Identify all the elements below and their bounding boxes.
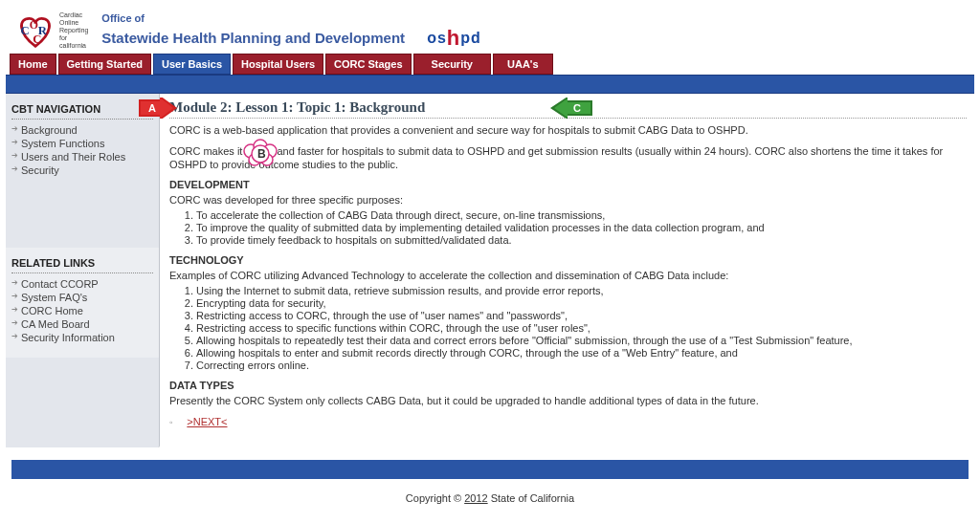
heading-data-types: DATA TYPES [169, 380, 967, 391]
blue-bar [6, 75, 974, 94]
technology-intro: Examples of CORC utilizing Advanced Tech… [169, 270, 967, 283]
page-title: Module 2: Lesson 1: Topic 1: Background [169, 99, 425, 116]
callout-c-arrow: C [550, 98, 592, 120]
callout-a-arrow: A [139, 98, 177, 120]
cbt-nav-heading: CBT NAVIGATION [11, 103, 153, 115]
sidebar-item-background[interactable]: Background [11, 123, 153, 137]
next-link[interactable]: >NEXT< [187, 416, 227, 427]
sidebar-item-users-roles[interactable]: Users and Their Roles [11, 150, 153, 163]
development-list: To accelerate the collection of CABG Dat… [196, 209, 967, 247]
sidebar: CBT NAVIGATION Background System Functio… [6, 94, 160, 447]
data-types-p: Presently the CORC System only collects … [169, 395, 967, 408]
tab-uaas[interactable]: UAA's [493, 54, 553, 75]
header: C O R C Cardiac Online Reporting for cal… [6, 6, 974, 54]
link-ca-med-board[interactable]: CA Med Board [11, 317, 153, 331]
sidebar-item-security[interactable]: Security [11, 163, 153, 177]
intro-p2: CORC makes it easier and faster for hosp… [169, 145, 967, 172]
tab-getting-started[interactable]: Getting Started [58, 54, 151, 75]
technology-list: Using the Internet to submit data, retri… [196, 285, 967, 372]
tab-hospital-users[interactable]: Hospital Users [233, 54, 323, 75]
svg-text:O: O [30, 18, 38, 32]
oshpd-logo: oshpd [416, 24, 481, 49]
tab-security[interactable]: Security [413, 54, 491, 75]
tab-user-basics[interactable]: User Basics [153, 54, 231, 75]
link-security-information[interactable]: Security Information [11, 331, 153, 344]
intro-p1: CORC is a web-based application that pro… [169, 124, 967, 138]
svg-text:A: A [148, 102, 156, 114]
heading-technology: TECHNOLOGY [169, 254, 967, 266]
footer-blue-bar [11, 460, 969, 479]
office-title: Office of Statewide Health Planning and … [101, 12, 480, 49]
main-nav: Home Getting Started User Basics Hospita… [6, 54, 974, 75]
callout-b-cloud: B [241, 138, 281, 174]
related-links-heading: RELATED LINKS [11, 257, 153, 269]
sidebar-item-system-functions[interactable]: System Functions [11, 137, 153, 150]
tab-corc-stages[interactable]: CORC Stages [325, 54, 412, 75]
corc-logo-subtext: Cardiac Online Reporting for california [59, 11, 88, 50]
svg-text:B: B [257, 147, 266, 161]
heading-development: DEVELOPMENT [169, 179, 967, 190]
svg-text:C: C [21, 24, 30, 37]
svg-text:C: C [573, 102, 581, 114]
footer: Copyright © 2012 State of California [6, 492, 974, 504]
svg-text:C: C [33, 33, 41, 46]
link-contact-ccorp[interactable]: Contact CCORP [11, 277, 153, 291]
tab-home[interactable]: Home [10, 54, 56, 75]
corc-logo: C O R C Cardiac Online Reporting for cal… [13, 11, 88, 50]
link-corc-home[interactable]: CORC Home [11, 304, 153, 317]
link-system-faqs[interactable]: System FAQ's [11, 291, 153, 304]
content-area: A Module 2: Lesson 1: Topic 1: Backgroun… [160, 94, 974, 447]
development-intro: CORC was developed for three specific pu… [169, 194, 967, 207]
